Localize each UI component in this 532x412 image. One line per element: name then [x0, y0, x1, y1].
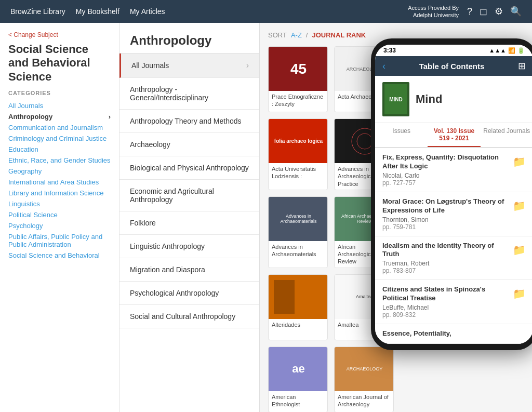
journal-title-2: Acta Universitatis Lodziensis :: [269, 163, 327, 184]
article-save-icon-3[interactable]: 📁: [513, 287, 526, 300]
sidebar-item-anthropology[interactable]: Anthropology ›: [8, 111, 111, 122]
journal-cover-4: Advances in Archaeomaterials: [269, 197, 328, 241]
categories-label: CATEGORIES: [8, 90, 111, 96]
tab-volume[interactable]: Vol. 130 Issue 519 - 2021: [428, 123, 480, 147]
middle-item-social-cultural[interactable]: Social and Cultural Anthropology: [119, 305, 259, 328]
article-pages-0: pp. 727-757: [382, 179, 509, 187]
journal-card-9[interactable]: ARCHAEOLOGY American Journal of Archaeol…: [334, 347, 394, 412]
phone-screen: 3:33 ▲▲▲ 📶 🔋 ‹ Table of Contents ⊞: [375, 45, 532, 344]
nav-links: BrowZine Library My Bookshelf My Article…: [10, 7, 408, 16]
article-author-0: Nicolai, Carlo: [382, 172, 509, 179]
content-area: SORT A-Z / JOURNAL RANK 45 Prace Etnogra…: [260, 23, 532, 412]
sort-sep: /: [306, 31, 308, 39]
sidebar-item-education[interactable]: Education: [8, 144, 111, 155]
phone-status-bar: 3:33 ▲▲▲ 📶 🔋: [375, 45, 532, 56]
sort-label: SORT: [268, 31, 287, 39]
tab-related[interactable]: Related Journals: [481, 123, 532, 147]
svg-rect-4: [274, 280, 295, 314]
back-button[interactable]: ‹: [382, 61, 385, 72]
sidebar-item-library[interactable]: Library and Information Science: [8, 188, 111, 198]
journal-preview: MIND Mind: [375, 76, 532, 123]
settings-icon[interactable]: ⚙: [495, 6, 503, 17]
article-title-2: Idealism and the Identity Theory of Trut…: [382, 242, 509, 259]
sidebar-item-public-affairs[interactable]: Public Affairs, Public Policy and Public…: [8, 231, 111, 250]
top-nav: BrowZine Library My Bookshelf My Article…: [0, 0, 532, 23]
sidebar-item-all-journals[interactable]: All Journals: [8, 100, 111, 111]
middle-item-archaeology[interactable]: Archaeology: [119, 133, 259, 156]
wifi-icon: 📶: [508, 47, 515, 54]
article-pages-3: pp. 809-832: [382, 311, 509, 318]
signal-icon: ▲▲▲: [489, 47, 506, 54]
journal-card-0[interactable]: 45 Prace Etnograficzne : Zeszyty: [268, 46, 328, 112]
article-author-3: LeBuffe, Michael: [382, 304, 509, 311]
middle-item-general[interactable]: Anthropology - General/Interdisciplinary: [119, 78, 259, 110]
journal-card-4[interactable]: Advances in Archaeomaterials Advances in…: [268, 196, 328, 268]
nav-browzine-library[interactable]: BrowZine Library: [10, 7, 65, 16]
journal-cover-inner: MIND: [384, 84, 407, 114]
journal-preview-cover: MIND: [382, 82, 409, 116]
access-line1: Access Provided By: [408, 4, 459, 11]
sidebar-item-psychology[interactable]: Psychology: [8, 220, 111, 231]
sidebar-item-political[interactable]: Political Science: [8, 209, 111, 220]
nav-my-bookshelf[interactable]: My Bookshelf: [76, 7, 119, 16]
middle-panel-title: Anthropology: [119, 23, 259, 54]
middle-item-all-journals[interactable]: All Journals ›: [119, 54, 259, 78]
access-line2: Adelphi University: [408, 11, 459, 19]
middle-item-linguistic[interactable]: Linguistic Anthropology: [119, 235, 259, 258]
middle-item-biological[interactable]: Biological and Physical Anthropology: [119, 156, 259, 180]
sidebar-item-linguistics[interactable]: Linguistics: [8, 198, 111, 209]
sidebar-item-social-science[interactable]: Social Science and Behavioral: [8, 250, 111, 261]
sidebar-item-international[interactable]: International and Area Studies: [8, 177, 111, 188]
sort-bar: SORT A-Z / JOURNAL RANK: [268, 31, 524, 39]
battery-icon: 🔋: [517, 47, 525, 54]
sidebar-item-criminology[interactable]: Criminology and Criminal Justice: [8, 133, 111, 144]
phone-status-icons: ▲▲▲ 📶 🔋: [489, 47, 525, 54]
journal-cover-0: 45: [269, 47, 328, 91]
sidebar-item-geography[interactable]: Geography: [8, 166, 111, 177]
journal-card-2[interactable]: folia archaeo logica Acta Universitatis …: [268, 118, 328, 190]
phone-time: 3:33: [383, 47, 396, 54]
toc-grid-icon[interactable]: ⊞: [518, 60, 526, 72]
middle-item-folklore[interactable]: Folklore: [119, 211, 259, 235]
toc-article-1[interactable]: Moral Grace: On Løgstrup's Theory of Exp…: [375, 192, 532, 236]
toc-article-4[interactable]: Essence, Potentiality,: [375, 324, 532, 344]
left-sidebar: Change Subject Social Science and Behavi…: [0, 23, 119, 412]
journal-title-8: American Ethnologist: [269, 391, 327, 412]
article-save-icon-1[interactable]: 📁: [513, 200, 526, 212]
sidebar-item-comm-journalism[interactable]: Communication and Journalism: [8, 122, 111, 133]
change-subject-link[interactable]: Change Subject: [8, 31, 111, 38]
search-icon[interactable]: 🔍: [510, 6, 522, 17]
journal-title-4: Advances in Archaeomaterials: [269, 241, 327, 262]
middle-panel: Anthropology All Journals › Anthropology…: [119, 23, 260, 412]
journal-title-0: Prace Etnograficzne : Zeszyty: [269, 91, 327, 112]
journal-card-8[interactable]: ae American Ethnologist: [268, 347, 328, 412]
journal-title-9: American Journal of Archaeology: [335, 391, 393, 412]
mobile-icon[interactable]: ◻: [480, 6, 487, 17]
article-title-3: Citizens and States in Spinoza's Politic…: [382, 285, 509, 303]
toc-article-3[interactable]: Citizens and States in Spinoza's Politic…: [375, 280, 532, 324]
middle-item-migration[interactable]: Migration and Diaspora: [119, 258, 259, 282]
phone-overlay: 3:33 ▲▲▲ 📶 🔋 ‹ Table of Contents ⊞: [371, 38, 532, 350]
sidebar-arrow-icon: ›: [109, 113, 111, 121]
middle-item-theory[interactable]: Anthropology Theory and Methods: [119, 110, 259, 133]
toc-header: ‹ Table of Contents ⊞: [375, 56, 532, 76]
journal-cover-2: folia archaeo logica: [269, 119, 328, 163]
sort-rank[interactable]: JOURNAL RANK: [312, 31, 366, 39]
nav-my-articles[interactable]: My Articles: [130, 7, 165, 16]
sort-az[interactable]: A-Z: [291, 31, 302, 39]
tab-issues[interactable]: Issues: [375, 123, 428, 147]
middle-item-psychological[interactable]: Psychological Anthropology: [119, 282, 259, 305]
journal-title-6: Alteridades: [269, 319, 327, 340]
journal-card-6[interactable]: Alteridades: [268, 274, 328, 340]
toc-article-0[interactable]: Fix, Express, Quantify: Disquotation Aft…: [375, 148, 532, 192]
middle-item-economic[interactable]: Economic and Agricultural Anthropology: [119, 180, 259, 211]
article-pages-1: pp. 759-781: [382, 223, 509, 231]
article-save-icon-2[interactable]: 📁: [513, 244, 526, 256]
journal-cover-6: [269, 275, 328, 319]
help-icon[interactable]: ?: [467, 6, 472, 17]
toc-article-2[interactable]: Idealism and the Identity Theory of Trut…: [375, 236, 532, 281]
sidebar-item-ethnic[interactable]: Ethnic, Race, and Gender Studies: [8, 155, 111, 166]
article-author-1: Thornton, Simon: [382, 216, 509, 223]
article-save-icon-0[interactable]: 📁: [513, 155, 526, 168]
main-layout: Change Subject Social Science and Behavi…: [0, 23, 532, 412]
